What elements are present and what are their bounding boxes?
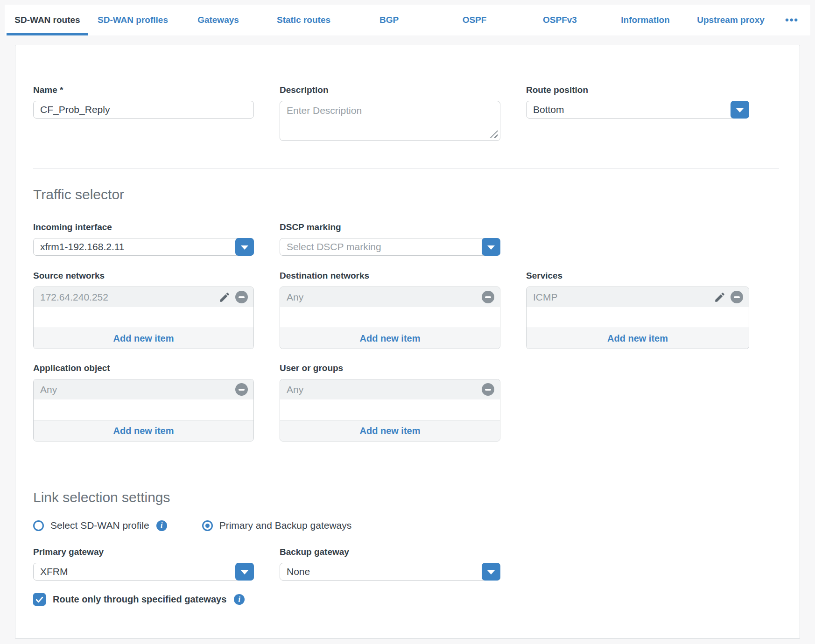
backup-gateway-dropdown[interactable]: None: [280, 563, 500, 581]
route-position-dropdown-button[interactable]: [731, 101, 749, 119]
application-object-item-text: Any: [40, 384, 235, 395]
primary-gateway-dropdown[interactable]: XFRM: [33, 563, 254, 581]
dscp-marking-dropdown-button[interactable]: [482, 238, 500, 256]
route-only-checkbox-row: Route only through specified gateways i: [33, 593, 800, 606]
route-position-value: Bottom: [533, 104, 564, 115]
primary-gateway-value: XFRM: [40, 566, 68, 577]
application-object-field-group: Application object Any Add new item: [33, 363, 254, 441]
destination-networks-field-group: Destination networks Any Add new item: [280, 271, 500, 349]
link-selection-radio-group: Select SD-WAN profile i Primary and Back…: [33, 520, 800, 531]
backup-gateway-value: None: [287, 566, 310, 577]
remove-item-icon[interactable]: [482, 383, 494, 396]
incoming-interface-dropdown[interactable]: xfrm1-192.168.2.11: [33, 238, 254, 256]
description-field-group: Description: [280, 85, 500, 143]
application-object-label: Application object: [33, 363, 254, 373]
user-or-groups-field-group: User or groups Any Add new item: [280, 363, 500, 441]
info-icon[interactable]: i: [234, 594, 245, 605]
list-item: Any: [280, 287, 500, 307]
gateway-row: Primary gateway XFRM Backup gateway None: [33, 547, 800, 581]
destination-networks-label: Destination networks: [280, 271, 500, 281]
tab-sdwan-routes[interactable]: SD-WAN routes: [5, 5, 90, 35]
route-only-checkbox-label[interactable]: Route only through specified gateways: [53, 594, 226, 605]
tab-bgp[interactable]: BGP: [346, 5, 432, 35]
application-object-listbox: Any Add new item: [33, 379, 254, 441]
service-item-text: ICMP: [533, 292, 714, 303]
remove-item-icon[interactable]: [235, 291, 248, 303]
link-selection-heading: Link selection settings: [33, 490, 800, 505]
description-textarea[interactable]: [280, 101, 500, 141]
list-spacer: [280, 399, 500, 420]
route-position-label: Route position: [526, 85, 749, 95]
route-only-checkbox[interactable]: [33, 593, 46, 606]
description-label: Description: [280, 85, 500, 95]
application-users-row: Application object Any Add new item User…: [33, 363, 800, 441]
add-new-item-button[interactable]: Add new item: [527, 328, 749, 349]
backup-gateway-dropdown-button[interactable]: [482, 563, 500, 581]
name-label: Name *: [33, 85, 254, 95]
chevron-down-icon: [241, 245, 248, 250]
source-networks-field-group: Source networks 172.64.240.252 Add new i…: [33, 271, 254, 349]
tab-information[interactable]: Information: [603, 5, 688, 35]
general-fields-row: Name * Description Route position Bottom: [33, 85, 800, 143]
add-new-item-button[interactable]: Add new item: [34, 420, 253, 441]
tab-ospf[interactable]: OSPF: [432, 5, 517, 35]
list-item: Any: [280, 379, 500, 399]
primary-gateway-label: Primary gateway: [33, 547, 254, 557]
primary-gateway-dropdown-button[interactable]: [235, 563, 254, 581]
remove-item-icon[interactable]: [235, 383, 248, 396]
section-divider: [33, 168, 779, 168]
chevron-down-icon: [736, 108, 744, 112]
source-network-item-text: 172.64.240.252: [40, 292, 218, 303]
radio-primary-backup-gateways-label[interactable]: Primary and Backup gateways: [219, 520, 352, 531]
list-spacer: [280, 307, 500, 328]
checkmark-icon: [35, 595, 44, 604]
remove-item-icon[interactable]: [482, 291, 494, 303]
user-or-groups-item-text: Any: [287, 384, 482, 395]
route-position-field-group: Route position Bottom: [526, 85, 749, 143]
destination-network-item-text: Any: [287, 292, 482, 303]
section-divider: [33, 466, 779, 466]
chevron-down-icon: [487, 245, 495, 250]
user-or-groups-label: User or groups: [280, 363, 500, 373]
route-position-dropdown[interactable]: Bottom: [526, 101, 749, 119]
dscp-marking-field-group: DSCP marking Select DSCP marking: [280, 222, 500, 256]
tab-upstream-proxy[interactable]: Upstream proxy: [688, 5, 773, 35]
edit-icon[interactable]: [714, 291, 726, 303]
add-new-item-button[interactable]: Add new item: [280, 328, 500, 349]
radio-select-sdwan-profile[interactable]: [33, 520, 44, 531]
list-spacer: [34, 399, 253, 420]
tab-gateways[interactable]: Gateways: [176, 5, 261, 35]
add-new-item-button[interactable]: Add new item: [280, 420, 500, 441]
tab-ospfv3[interactable]: OSPFv3: [517, 5, 603, 35]
incoming-interface-label: Incoming interface: [33, 222, 254, 232]
name-field-group: Name *: [33, 85, 254, 143]
list-item: 172.64.240.252: [34, 287, 253, 307]
add-new-item-button[interactable]: Add new item: [34, 328, 253, 349]
source-networks-listbox: 172.64.240.252 Add new item: [33, 287, 254, 349]
list-spacer: [34, 307, 253, 328]
incoming-interface-dropdown-button[interactable]: [235, 238, 254, 256]
tab-sdwan-profiles[interactable]: SD-WAN profiles: [90, 5, 176, 35]
radio-primary-backup-gateways[interactable]: [202, 520, 213, 531]
remove-item-icon[interactable]: [731, 291, 743, 303]
list-item: ICMP: [527, 287, 749, 307]
interface-dscp-row: Incoming interface xfrm1-192.168.2.11 DS…: [33, 222, 800, 256]
name-input[interactable]: [33, 101, 254, 119]
edit-icon[interactable]: [218, 291, 231, 303]
more-tabs-icon[interactable]: •••: [773, 5, 810, 35]
source-networks-label: Source networks: [33, 271, 254, 281]
services-listbox: ICMP Add new item: [526, 287, 749, 349]
dscp-marking-dropdown[interactable]: Select DSCP marking: [280, 238, 500, 256]
tab-static-routes[interactable]: Static routes: [261, 5, 346, 35]
backup-gateway-label: Backup gateway: [280, 547, 500, 557]
primary-gateway-field-group: Primary gateway XFRM: [33, 547, 254, 581]
chevron-down-icon: [487, 570, 495, 574]
destination-networks-listbox: Any Add new item: [280, 287, 500, 349]
list-spacer: [527, 307, 749, 328]
incoming-interface-value: xfrm1-192.168.2.11: [40, 241, 125, 252]
description-textarea-wrap: [280, 101, 500, 143]
info-icon[interactable]: i: [156, 520, 167, 531]
dscp-marking-label: DSCP marking: [280, 222, 500, 232]
radio-select-sdwan-profile-label[interactable]: Select SD-WAN profile: [50, 520, 149, 531]
tab-bar: SD-WAN routes SD-WAN profiles Gateways S…: [5, 5, 810, 35]
